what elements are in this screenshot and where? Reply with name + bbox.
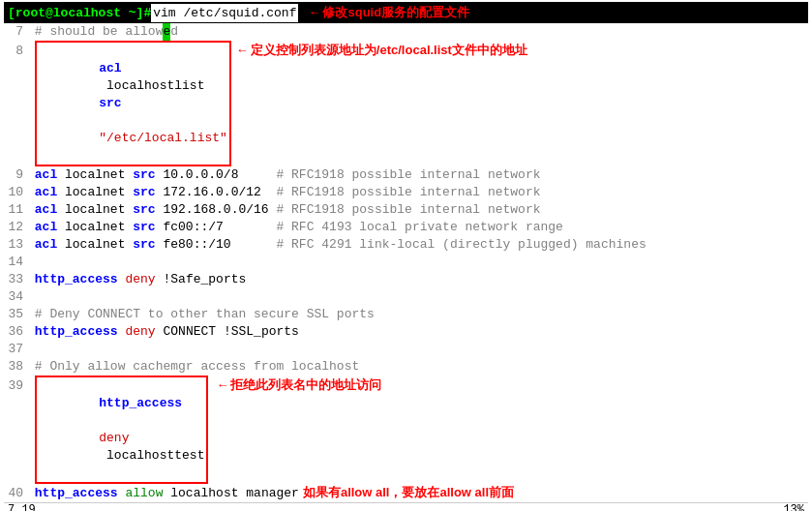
line39-highlight: http_access deny localhosttest (35, 376, 209, 484)
editor-section: [root@localhost ~]# vim /etc/squid.conf … (0, 0, 812, 511)
editor-statusbar: 7,19 13% (4, 502, 808, 511)
callout-line8: 定义控制列表源地址为/etc/local.list文件中的地址 (251, 42, 527, 59)
vim-command-line: [root@localhost ~]# vim /etc/squid.conf … (4, 2, 808, 23)
editor-line-11: 11 acl localnet src 192.168.0.0/16 # RFC… (4, 201, 808, 219)
editor-line-38: 38 # Only allow cachemgr access from loc… (4, 358, 808, 376)
editor-line-39: 39 http_access deny localhosttest ← 拒绝此列… (4, 376, 808, 484)
callout-line40: 如果有allow all，要放在allow all前面 (303, 484, 514, 501)
callout-arrow-line8: ← (236, 42, 249, 59)
callout-title: 修改squid服务的配置文件 (322, 3, 469, 21)
editor-line-34: 34 (4, 288, 808, 306)
editor-line-36: 36 http_access deny CONNECT !SSL_ports (4, 323, 808, 341)
editor-line-13: 13 acl localnet src fe80::/10 # RFC 4291… (4, 236, 808, 254)
editor-line-14: 14 (4, 254, 808, 271)
prompt-vim: [root@localhost ~]# (8, 4, 151, 22)
callout-line39: 拒绝此列表名中的地址访问 (230, 376, 381, 394)
editor-percent: 13% (783, 503, 804, 511)
editor-line-40: 40 http_access allow localhost manager 如… (4, 484, 808, 502)
callout-arrow-line39: ← (216, 376, 228, 394)
callout-arrow-title: ← (308, 3, 320, 21)
editor-line-8: 8 acl localhostlist src "/etc/local.list… (4, 41, 808, 166)
editor-position: 7,19 (8, 503, 36, 511)
editor-line-33: 33 http_access deny !Safe_ports (4, 271, 808, 288)
editor-line-10: 10 acl localnet src 172.16.0.0/12 # RFC1… (4, 184, 808, 201)
vim-cmd-highlight: vim /etc/squid.conf (151, 4, 298, 22)
terminal-window: [root@localhost ~]# vim /etc/squid.conf … (0, 0, 812, 511)
line8-highlight: acl localhostlist src "/etc/local.list" (35, 41, 231, 166)
editor-line-35: 35 # Deny CONNECT to other than secure S… (4, 306, 808, 323)
editor-line-37: 37 (4, 341, 808, 358)
editor-line-12: 12 acl localnet src fc00::/7 # RFC 4193 … (4, 219, 808, 236)
editor-line-7: 7 # should be allowed (4, 23, 808, 41)
editor-line-9: 9 acl localnet src 10.0.0.0/8 # RFC1918 … (4, 166, 808, 184)
